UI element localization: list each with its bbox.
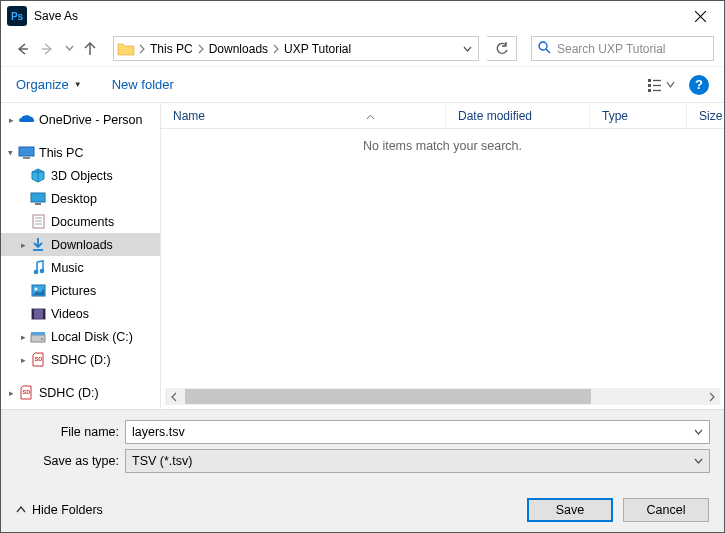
titlebar: Ps Save As <box>1 1 724 31</box>
svg-rect-13 <box>19 147 34 156</box>
tree-item-documents[interactable]: Documents <box>1 210 160 233</box>
scrollbar-thumb[interactable] <box>185 389 591 404</box>
chevron-down-icon <box>694 457 703 466</box>
tree-item-music[interactable]: Music <box>1 256 160 279</box>
new-folder-button[interactable]: New folder <box>112 77 174 92</box>
tree-item-d-drive-2[interactable]: ▸SDSDHC (D:) <box>1 381 160 404</box>
chevron-right-icon <box>708 392 716 402</box>
view-options-icon <box>647 77 675 93</box>
cube-icon <box>29 167 47 185</box>
column-type[interactable]: Type <box>590 103 687 128</box>
breadcrumb-item-uxp[interactable]: UXP Tutorial <box>280 42 355 56</box>
hide-folders-button[interactable]: Hide Folders <box>16 503 103 517</box>
svg-point-34 <box>41 338 43 340</box>
computer-icon <box>17 144 35 162</box>
tree-item-onedrive[interactable]: ▸OneDrive - Person <box>1 108 160 131</box>
up-arrow-icon <box>82 41 98 57</box>
forward-button[interactable] <box>37 38 59 60</box>
toolbar: Organize▼ New folder ? <box>1 67 724 103</box>
column-modified[interactable]: Date modified <box>446 103 590 128</box>
chevron-left-icon <box>170 392 178 402</box>
change-view-button[interactable] <box>643 74 679 96</box>
tree-item-desktop[interactable]: Desktop <box>1 187 160 210</box>
empty-message: No items match your search. <box>161 139 724 153</box>
documents-icon <box>29 213 47 231</box>
search-placeholder: Search UXP Tutorial <box>557 42 666 56</box>
back-button[interactable] <box>11 38 33 60</box>
forward-arrow-icon <box>40 41 56 57</box>
chevron-up-icon <box>16 505 26 515</box>
tree-item-thispc[interactable]: ▸This PC <box>1 141 160 164</box>
tree-item-pictures[interactable]: Pictures <box>1 279 160 302</box>
scroll-right-button[interactable] <box>703 388 720 405</box>
column-name[interactable]: Name <box>161 103 446 128</box>
window-title: Save As <box>34 9 680 23</box>
filetype-select[interactable]: TSV (*.tsv) <box>125 449 710 473</box>
svg-rect-30 <box>32 309 34 319</box>
column-size[interactable]: Size <box>687 103 724 128</box>
filetype-label: Save as type: <box>1 454 125 468</box>
svg-rect-9 <box>648 89 651 92</box>
breadcrumb-dropdown[interactable] <box>457 40 478 58</box>
tree-item-c-drive[interactable]: ▸Local Disk (C:) <box>1 325 160 348</box>
svg-text:SD: SD <box>35 356 43 362</box>
pictures-icon <box>29 282 47 300</box>
chevron-right-icon <box>197 40 205 58</box>
svg-text:SD: SD <box>23 389 31 395</box>
save-button[interactable]: Save <box>527 498 613 522</box>
close-icon <box>695 11 706 22</box>
back-arrow-icon <box>14 41 30 57</box>
refresh-icon <box>495 42 509 56</box>
search-input[interactable]: Search UXP Tutorial <box>531 36 714 61</box>
nav-bar: This PC Downloads UXP Tutorial Search UX… <box>1 31 724 67</box>
file-list-panel: Name Date modified Type Size No items ma… <box>161 103 724 409</box>
svg-rect-32 <box>31 335 45 342</box>
sort-ascending-icon <box>366 109 375 123</box>
up-button[interactable] <box>79 38 101 60</box>
desktop-icon <box>29 190 47 208</box>
sidebar-tree: ▸OneDrive - Person ▸This PC 3D Objects D… <box>1 103 161 409</box>
breadcrumb-item-downloads[interactable]: Downloads <box>205 42 272 56</box>
chevron-right-icon <box>272 40 280 58</box>
tree-item-d-drive[interactable]: ▸SDSDHC (D:) <box>1 348 160 371</box>
tree-item-downloads[interactable]: ▸Downloads <box>1 233 160 256</box>
breadcrumb-item-thispc[interactable]: This PC <box>146 42 197 56</box>
refresh-button[interactable] <box>487 36 517 61</box>
column-headers: Name Date modified Type Size <box>161 103 724 129</box>
footer: Hide Folders Save Cancel <box>1 488 724 532</box>
help-button[interactable]: ? <box>689 75 709 95</box>
scroll-left-button[interactable] <box>165 388 182 405</box>
svg-rect-7 <box>648 79 651 82</box>
videos-icon <box>29 305 47 323</box>
recent-locations-button[interactable] <box>63 44 75 53</box>
downloads-icon <box>29 236 47 254</box>
music-icon <box>29 259 47 277</box>
organize-menu[interactable]: Organize▼ <box>16 77 82 92</box>
tree-item-3dobjects[interactable]: 3D Objects <box>1 164 160 187</box>
svg-point-5 <box>539 42 547 50</box>
photoshop-icon: Ps <box>7 6 27 26</box>
triangle-down-icon: ▼ <box>74 80 82 89</box>
svg-point-28 <box>34 288 37 291</box>
sd-card-icon: SD <box>17 384 35 402</box>
save-as-dialog: Ps Save As This PC Downloads UXP Tutoria… <box>0 0 725 533</box>
scrollbar-track[interactable] <box>182 388 703 405</box>
tree-item-videos[interactable]: Videos <box>1 302 160 325</box>
svg-point-25 <box>39 269 44 274</box>
onedrive-icon <box>17 111 35 129</box>
folder-icon <box>116 40 136 58</box>
cancel-button[interactable]: Cancel <box>623 498 709 522</box>
svg-rect-17 <box>31 193 45 202</box>
svg-rect-14 <box>23 157 30 159</box>
svg-line-6 <box>546 49 550 53</box>
form-panel: File name: layers.tsv Save as type: TSV … <box>1 409 724 488</box>
chevron-down-icon <box>694 428 703 437</box>
svg-rect-31 <box>43 309 45 319</box>
close-button[interactable] <box>680 1 720 31</box>
search-icon <box>538 40 551 58</box>
svg-rect-8 <box>648 84 651 87</box>
filename-input[interactable]: layers.tsv <box>125 420 710 444</box>
breadcrumb[interactable]: This PC Downloads UXP Tutorial <box>113 36 479 61</box>
svg-rect-18 <box>35 203 41 205</box>
horizontal-scrollbar[interactable] <box>165 388 720 405</box>
